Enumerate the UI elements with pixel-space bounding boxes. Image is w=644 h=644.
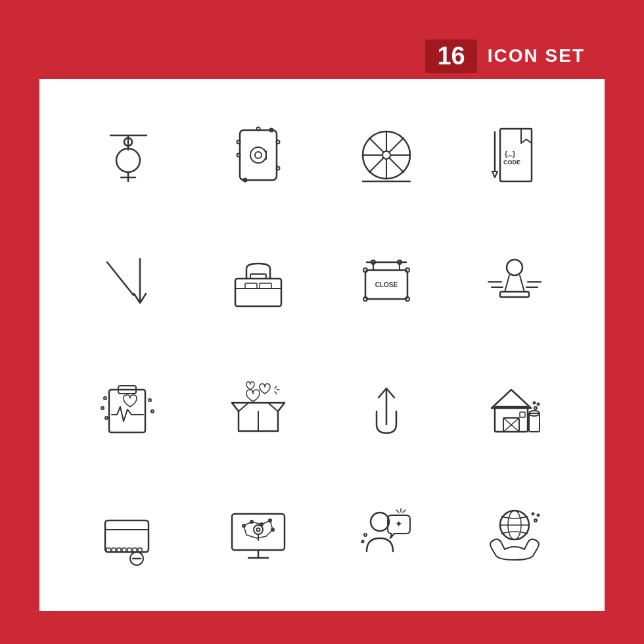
icon-cell-code-book: {...} CODE [450, 92, 578, 219]
svg-rect-39 [245, 283, 257, 288]
svg-point-63 [149, 399, 151, 402]
main-card: 16 ICON SET [39, 33, 605, 611]
svg-point-101 [256, 528, 260, 531]
svg-line-25 [389, 138, 403, 152]
header-title: ICON SET [488, 45, 585, 66]
svg-point-13 [276, 167, 279, 170]
icon-cell-female-symbol [66, 92, 194, 219]
svg-point-7 [250, 147, 266, 163]
svg-marker-31 [492, 172, 497, 177]
farm-house-icon [482, 375, 547, 441]
svg-point-113 [537, 514, 539, 516]
svg-rect-53 [500, 292, 529, 297]
toolbox-icon [225, 249, 291, 315]
icon-cell-map-monitor [194, 472, 322, 599]
icon-cell-health-clipboard [66, 345, 194, 472]
close-sign-icon: CLOSE [354, 249, 419, 315]
icon-cell-share-upload [322, 345, 450, 472]
number-badge: 16 [425, 39, 476, 73]
svg-rect-36 [235, 279, 281, 306]
svg-line-107 [396, 510, 399, 513]
icon-cell-love-box [194, 345, 322, 472]
icons-grid: {...} CODE [39, 79, 605, 611]
header: 16 ICON SET [39, 33, 605, 79]
svg-point-76 [534, 407, 537, 409]
share-upload-icon [354, 375, 419, 441]
icon-cell-farm-house [450, 345, 578, 472]
svg-rect-73 [520, 412, 525, 417]
health-clipboard-icon [97, 375, 163, 441]
svg-point-100 [254, 525, 263, 534]
svg-point-102 [371, 513, 389, 531]
code-book-icon: {...} CODE [482, 122, 547, 188]
svg-point-12 [276, 141, 279, 144]
svg-point-61 [101, 407, 104, 409]
svg-point-104 [361, 540, 363, 542]
svg-line-66 [275, 386, 277, 388]
svg-line-34 [107, 262, 133, 295]
earth-hands-icon [482, 502, 547, 568]
svg-point-46 [363, 268, 367, 272]
svg-point-103 [364, 534, 367, 536]
svg-point-112 [534, 519, 537, 522]
svg-point-78 [533, 402, 535, 404]
svg-point-10 [237, 141, 240, 144]
svg-marker-71 [492, 390, 531, 408]
svg-point-14 [256, 127, 260, 131]
sort-descending-icon [97, 249, 163, 315]
svg-point-49 [405, 297, 409, 301]
svg-point-48 [363, 297, 367, 301]
icon-cell-person-chat: ✦ [322, 472, 450, 599]
svg-point-62 [105, 417, 108, 419]
map-monitor-icon [225, 502, 291, 568]
mobile-email-icon [225, 122, 291, 188]
svg-line-26 [369, 158, 384, 172]
svg-point-2 [116, 149, 140, 172]
svg-point-77 [537, 403, 539, 405]
svg-point-11 [237, 154, 240, 157]
svg-rect-6 [240, 130, 277, 180]
svg-point-52 [507, 260, 522, 275]
svg-rect-40 [260, 283, 271, 288]
icon-cell-chess-pawn [450, 219, 578, 346]
svg-line-23 [369, 138, 384, 152]
svg-text:CLOSE: CLOSE [375, 281, 398, 288]
svg-point-114 [532, 513, 534, 515]
icon-cell-citrus-wheel [322, 92, 450, 219]
citrus-wheel-icon [354, 122, 419, 188]
svg-line-108 [403, 510, 405, 513]
svg-line-68 [275, 392, 277, 394]
love-box-icon [225, 375, 291, 441]
svg-rect-81 [105, 520, 149, 552]
svg-text:CODE: CODE [503, 159, 520, 166]
svg-point-64 [151, 410, 154, 413]
svg-point-47 [405, 268, 409, 272]
svg-text:{...}: {...} [505, 150, 515, 158]
icon-cell-sort-descending [66, 219, 194, 346]
person-chat-icon: ✦ [354, 502, 419, 568]
chess-pawn-icon [482, 249, 547, 315]
svg-point-8 [255, 152, 262, 158]
svg-rect-70 [495, 407, 528, 432]
icon-cell-close-sign: CLOSE [322, 219, 450, 346]
icon-cell-mobile-email [194, 92, 322, 219]
female-symbol-icon [97, 122, 163, 188]
icon-cell-earth-hands [450, 472, 578, 599]
wallet-minus-icon [97, 502, 163, 568]
svg-point-60 [104, 397, 106, 400]
svg-text:✦: ✦ [395, 518, 403, 529]
icon-cell-wallet-minus [66, 472, 194, 599]
svg-line-24 [389, 158, 403, 172]
icon-cell-toolbox [194, 219, 322, 346]
